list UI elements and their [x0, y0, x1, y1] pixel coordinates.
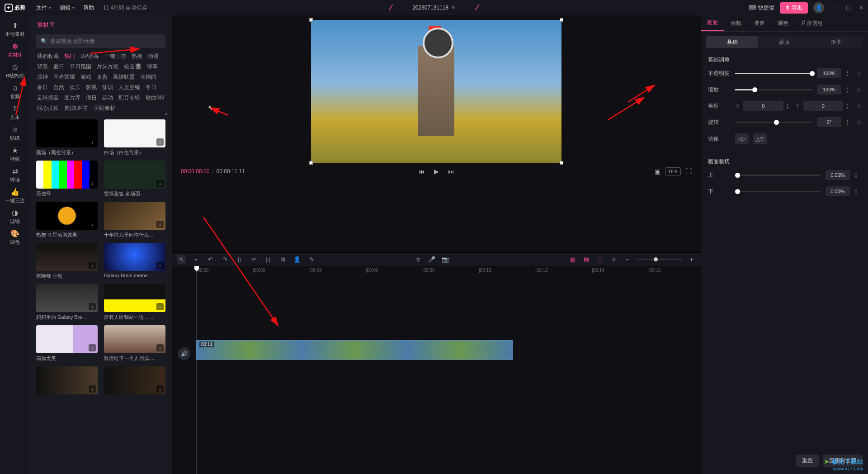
tag-item[interactable]: 自然 — [53, 84, 64, 91]
playhead[interactable] — [197, 266, 197, 474]
flip-horizontal-button[interactable]: ◁▷ — [735, 133, 749, 144]
nav-item-0[interactable]: ⬆本地素材 — [2, 20, 28, 39]
tag-item[interactable]: 热门 — [64, 52, 75, 60]
magnet-icon[interactable]: ⊹ — [609, 256, 618, 263]
mic-icon[interactable]: 🎤 — [428, 256, 436, 263]
maximize-button[interactable]: ▢ — [846, 5, 851, 11]
crop-top-value[interactable]: 0.00% — [826, 170, 850, 180]
timeline-body[interactable]: |00:00|00:02|00:04|00:06|00:08|00:10|00:… — [196, 266, 701, 474]
tag-item[interactable]: 运动 — [102, 94, 113, 102]
tool-d[interactable]: ✎ — [307, 256, 316, 263]
tag-item[interactable]: 虚拟UP主 — [64, 104, 88, 112]
tag-item[interactable]: 背景 — [37, 63, 48, 71]
search-input[interactable]: 🔍 — [36, 34, 165, 48]
tool-b[interactable]: ⧉ — [278, 256, 287, 263]
download-icon[interactable]: ↓ — [89, 385, 96, 393]
reset-button[interactable]: 重置 — [796, 455, 819, 467]
camera-icon[interactable]: 📷 — [441, 256, 449, 263]
aspect-ratio[interactable]: 16:9 — [665, 167, 681, 175]
menu-file[interactable]: 文件▾ — [32, 4, 55, 12]
sub-tab[interactable]: 蒙版 — [758, 36, 810, 48]
x-stepper[interactable]: ▲▼ — [786, 103, 793, 109]
minimize-button[interactable]: — — [832, 5, 838, 11]
sub-tab[interactable]: 抠图 — [811, 36, 863, 48]
prop-tab[interactable]: 音频 — [724, 15, 748, 31]
close-button[interactable]: ✕ — [859, 5, 863, 11]
tag-item[interactable]: 足球盛宴 — [37, 94, 59, 102]
crop-bottom-stepper[interactable]: ▲▼ — [854, 188, 861, 195]
crop-bottom-slider[interactable] — [735, 191, 821, 192]
tag-item[interactable]: 歌曲MV — [146, 94, 165, 102]
crop-top-slider[interactable] — [735, 175, 821, 176]
download-icon[interactable]: ↓ — [89, 221, 96, 228]
opacity-value[interactable]: 100% — [817, 68, 841, 78]
library-item[interactable]: ↓寒蝉辣 小鬼 — [36, 243, 98, 280]
keyframe-icon[interactable]: ◇ — [857, 86, 861, 93]
prev-frame-button[interactable]: ⏮ — [419, 168, 425, 175]
tag-item[interactable]: 原神 — [37, 73, 48, 81]
coord-y-value[interactable]: 0 — [803, 101, 844, 111]
tool-c[interactable]: 👤 — [293, 256, 301, 263]
download-icon[interactable]: ↓ — [156, 221, 164, 228]
download-icon[interactable]: ↓ — [89, 180, 96, 187]
snap-tool-3[interactable]: ◫ — [596, 256, 604, 263]
opacity-stepper[interactable]: ▲▼ — [846, 70, 852, 77]
tag-item[interactable]: 同心抗疫 — [37, 104, 59, 112]
tag-item[interactable]: 我的收藏 — [37, 52, 59, 60]
library-item[interactable]: ↓十年前儿子问你什么… — [104, 202, 165, 238]
nav-item-4[interactable]: T文本 — [2, 103, 28, 122]
library-item[interactable]: ↓曹操盖饭 名场面 — [104, 161, 165, 197]
tag-item[interactable]: 鬼畜 — [97, 73, 108, 81]
library-item[interactable]: ↓ — [36, 366, 98, 396]
library-item[interactable]: ↓Galaxy Brain meme … — [104, 243, 165, 280]
nav-item-1[interactable]: ❁素材库 — [2, 41, 28, 60]
nav-item-3[interactable]: ♫音频 — [2, 82, 28, 101]
menu-edit[interactable]: 编辑▾ — [55, 4, 79, 12]
nav-item-2[interactable]: ♔B站热榜 — [2, 62, 28, 81]
time-ruler[interactable]: |00:00|00:02|00:04|00:06|00:08|00:10|00:… — [196, 266, 701, 275]
zoom-in-icon[interactable]: ＋ — [687, 256, 695, 264]
zoom-slider[interactable] — [637, 259, 682, 260]
snap-tool-1[interactable]: ▥ — [569, 256, 577, 263]
record-screen-icon[interactable]: ⧈ — [414, 256, 422, 263]
next-frame-button[interactable]: ⏭ — [448, 168, 454, 175]
tag-item[interactable]: 游戏 — [80, 73, 91, 81]
tag-item[interactable]: 学院素材 — [94, 104, 115, 112]
download-icon[interactable]: ↓ — [156, 385, 164, 393]
tag-item[interactable]: 假日 — [86, 94, 97, 102]
tag-item[interactable]: 人文空镜 — [118, 84, 140, 91]
prop-tab[interactable]: 画面 — [701, 15, 724, 31]
menu-help[interactable]: 帮助 — [79, 4, 99, 12]
library-item[interactable]: ↓无信号 — [36, 161, 98, 197]
redo-button[interactable]: ↷ — [221, 256, 229, 263]
library-item[interactable]: ↓ — [104, 366, 165, 396]
coord-x-value[interactable]: 0 — [743, 101, 783, 111]
keyframe-icon[interactable]: ◇ — [857, 70, 861, 76]
select-tool[interactable]: ↖ — [177, 255, 185, 264]
library-item[interactable]: ↓黑场（黑色背景） — [36, 119, 98, 156]
export-button[interactable]: ⬆导出 — [780, 2, 808, 14]
tag-item[interactable]: 节日氛围 — [70, 63, 91, 71]
tag-item[interactable]: 夏日 — [53, 63, 64, 71]
video-clip[interactable]: 00:11 — [196, 340, 513, 360]
zoom-out-icon[interactable]: − — [623, 256, 631, 263]
download-icon[interactable]: ↓ — [156, 344, 164, 351]
tag-item[interactable]: 校园📓 — [124, 63, 142, 71]
tag-item[interactable]: 配音专辑 — [118, 94, 140, 102]
prop-tab[interactable]: 变速 — [748, 15, 771, 31]
nav-item-6[interactable]: ★特效 — [2, 145, 28, 164]
tag-item[interactable]: 一键三连 — [104, 52, 126, 60]
undo-button[interactable]: ↶ — [206, 256, 214, 263]
tag-item[interactable]: 冬日 — [146, 84, 156, 91]
library-item[interactable]: ↓热梗 R 星动画效果 — [36, 202, 98, 238]
tag-item[interactable]: 热梗 — [132, 52, 142, 60]
download-icon[interactable]: ↓ — [89, 303, 96, 310]
scale-value[interactable]: 100% — [817, 85, 841, 95]
tag-item[interactable]: 英雄联盟 — [113, 73, 135, 81]
nav-item-8[interactable]: 👍一键三连 — [2, 186, 28, 205]
download-icon[interactable]: ↓ — [89, 138, 96, 146]
opacity-slider[interactable] — [735, 73, 812, 74]
prop-tab[interactable]: 调色 — [771, 15, 795, 31]
library-item[interactable]: ↓所有人给我站一边，… — [104, 284, 165, 321]
crop-top-stepper[interactable]: ▲▼ — [854, 172, 861, 179]
